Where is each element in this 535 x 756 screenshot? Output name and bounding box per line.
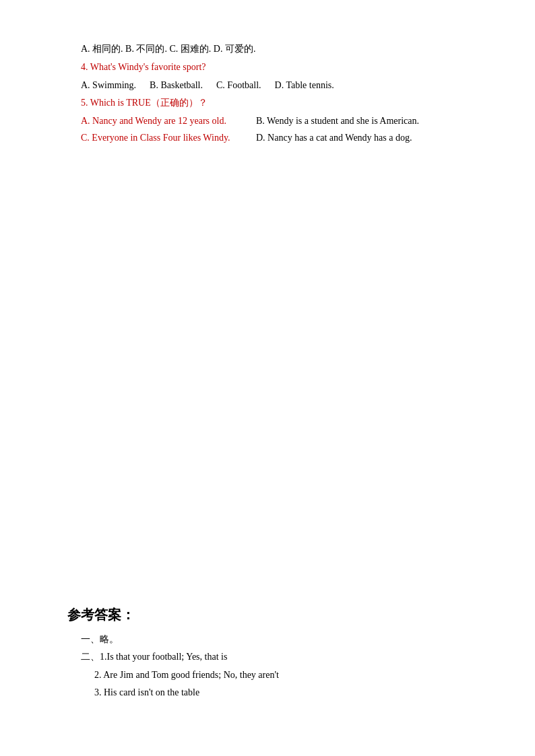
q5-option-b: B. Wendy is a student and she is America… [256, 112, 454, 129]
answer-item-1: 一、略。 [81, 631, 481, 649]
q4-option-d: D. Table tennis. [275, 77, 334, 94]
answer-item-2-label: 二、1.Is that your football; Yes, that is [81, 648, 481, 666]
q5-option-a: A. Nancy and Wendy are 12 years old. [81, 112, 256, 129]
answer-2-1: 1.Is that your football; Yes, that is [100, 652, 227, 662]
q4-option-b: B. Basketball. [150, 77, 203, 94]
q5-option-c: C. Everyone in Class Four likes Windy. [81, 129, 256, 146]
answer-item-2-2: 2. Are Jim and Tom good friends; No, the… [94, 666, 481, 685]
q4-option-c: C. Football. [216, 77, 261, 94]
answer-item-2-3: 3. His card isn't on the table [94, 684, 481, 702]
page: A. 相同的. B. 不同的. C. 困难的. D. 可爱的. 4. What'… [0, 0, 535, 756]
q5-option-d: D. Nancy has a cat and Wendy has a dog. [256, 129, 454, 146]
question-5-label: 5. Which is TRUE（正确的）？ [81, 94, 454, 111]
q4-options-row: A. Swimming. B. Basketball. C. Football.… [81, 77, 454, 94]
q5-row1: A. Nancy and Wendy are 12 years old. B. … [81, 112, 454, 129]
answer-title: 参考答案： [67, 606, 481, 624]
q4-text: 4. What's Windy's favorite sport? [81, 62, 206, 72]
top-section: A. 相同的. B. 不同的. C. 困难的. D. 可爱的. 4. What'… [81, 40, 454, 146]
answer-2-label: 二、 [81, 652, 100, 662]
q5-row2: C. Everyone in Class Four likes Windy. D… [81, 129, 454, 146]
options-abcd: A. 相同的. B. 不同的. C. 困难的. D. 可爱的. [81, 44, 255, 54]
options-line: A. 相同的. B. 不同的. C. 困难的. D. 可爱的. [81, 40, 454, 57]
question-4-label: 4. What's Windy's favorite sport? [81, 59, 454, 75]
answer-section: 参考答案： 一、略。 二、1.Is that your football; Ye… [67, 606, 481, 702]
q5-text: 5. Which is TRUE（正确的）？ [81, 98, 208, 108]
q4-option-a: A. Swimming. [81, 77, 136, 94]
